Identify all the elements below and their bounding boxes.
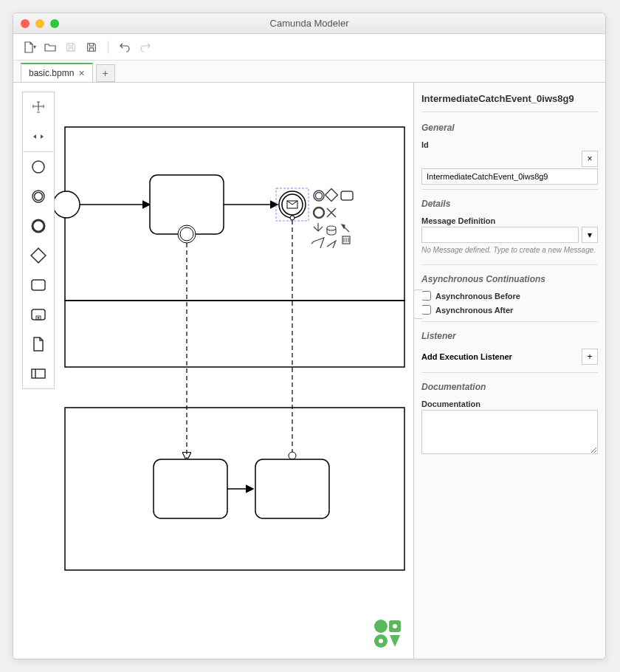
svg-point-28 xyxy=(180,227,193,241)
start-event-tool[interactable] xyxy=(23,152,54,182)
svg-rect-23 xyxy=(326,189,338,202)
section-listener: Listener xyxy=(421,326,598,346)
documentation-textarea[interactable] xyxy=(421,410,598,454)
svg-point-0 xyxy=(32,161,44,173)
svg-rect-4 xyxy=(31,248,46,263)
svg-point-40 xyxy=(379,639,383,643)
canvas[interactable] xyxy=(13,83,413,659)
minimize-window-button[interactable] xyxy=(35,19,44,28)
section-general: General xyxy=(421,118,598,137)
svg-point-22 xyxy=(316,193,323,199)
gateway-tool[interactable] xyxy=(23,241,54,270)
add-listener-label: Add Execution Listener xyxy=(421,352,579,361)
svg-point-3 xyxy=(32,220,44,232)
svg-point-39 xyxy=(393,624,397,628)
toolbar: ▾ xyxy=(13,34,605,61)
svg-rect-35 xyxy=(255,459,329,518)
msgdef-input[interactable] xyxy=(421,227,579,243)
msgdef-label: Message Definition xyxy=(421,213,598,227)
section-documentation: Documentation xyxy=(421,377,598,397)
section-details: Details xyxy=(421,194,598,213)
intermediate-event-tool[interactable] xyxy=(23,182,54,211)
titlebar: Camunda Modeler xyxy=(13,13,605,34)
toolbar-separator xyxy=(108,41,108,54)
svg-point-2 xyxy=(35,193,43,201)
new-file-button[interactable]: ▾ xyxy=(21,38,38,56)
context-pad xyxy=(311,189,353,248)
msgdef-hint: No Message defined. Type to create a new… xyxy=(421,243,598,260)
open-file-button[interactable] xyxy=(41,38,59,56)
tab-basic-bpmn[interactable]: basic.bpmn × xyxy=(21,63,93,82)
async-before-checkbox[interactable] xyxy=(421,291,431,301)
properties-title: IntermediateCatchEvent_0iws8g9 xyxy=(421,89,598,112)
properties-panel: IntermediateCatchEvent_0iws8g9 General I… xyxy=(413,83,605,659)
section-async: Asynchronous Continuations xyxy=(421,270,598,289)
svg-point-30 xyxy=(290,216,294,220)
async-after-checkbox[interactable] xyxy=(421,305,431,315)
dropdown-arrow-icon: ▾ xyxy=(33,44,36,50)
window-controls xyxy=(21,19,59,28)
tool-palette xyxy=(22,92,55,389)
data-object-tool[interactable] xyxy=(23,329,54,359)
msgdef-dropdown-button[interactable]: ▾ xyxy=(582,227,598,243)
svg-rect-10 xyxy=(65,127,404,301)
documentation-label: Documentation xyxy=(421,397,598,410)
svg-point-36 xyxy=(374,620,388,633)
svg-point-32 xyxy=(289,452,296,459)
camunda-logo xyxy=(372,617,404,650)
save-button[interactable] xyxy=(62,38,80,56)
maximize-window-button[interactable] xyxy=(50,19,59,28)
pool-tool[interactable] xyxy=(23,359,54,388)
hand-tool[interactable] xyxy=(23,92,54,122)
svg-rect-24 xyxy=(341,191,353,200)
tab-close-button[interactable]: × xyxy=(78,67,84,79)
add-listener-button[interactable]: + xyxy=(582,349,598,365)
svg-rect-11 xyxy=(65,301,404,367)
svg-rect-8 xyxy=(32,369,45,378)
svg-point-25 xyxy=(314,208,324,218)
id-input[interactable] xyxy=(421,168,598,185)
redo-button[interactable] xyxy=(137,38,154,56)
content-area: IntermediateCatchEvent_0iws8g9 General I… xyxy=(13,83,605,659)
bpmn-diagram[interactable] xyxy=(13,83,412,659)
app-window: Camunda Modeler ▾ basic.bpmn × + xyxy=(13,13,606,659)
tab-label: basic.bpmn xyxy=(29,68,74,78)
subprocess-tool[interactable] xyxy=(23,300,54,329)
svg-rect-33 xyxy=(154,459,227,518)
panel-collapse-handle[interactable] xyxy=(413,289,422,319)
id-label: Id xyxy=(421,137,598,151)
close-window-button[interactable] xyxy=(21,19,30,28)
task-tool[interactable] xyxy=(23,270,54,300)
svg-rect-5 xyxy=(32,280,45,290)
svg-point-13 xyxy=(53,191,80,218)
end-event-tool[interactable] xyxy=(23,211,54,241)
lasso-tool[interactable] xyxy=(23,122,54,151)
async-after-label: Asynchronous After xyxy=(435,306,513,315)
window-title: Camunda Modeler xyxy=(21,18,598,29)
save-all-button[interactable] xyxy=(83,38,100,56)
undo-button[interactable] xyxy=(116,38,134,56)
tab-add-button[interactable]: + xyxy=(96,64,115,82)
tabs-row: basic.bpmn × + xyxy=(13,61,605,83)
id-clear-button[interactable]: × xyxy=(582,151,598,167)
async-before-label: Asynchronous Before xyxy=(435,292,520,301)
